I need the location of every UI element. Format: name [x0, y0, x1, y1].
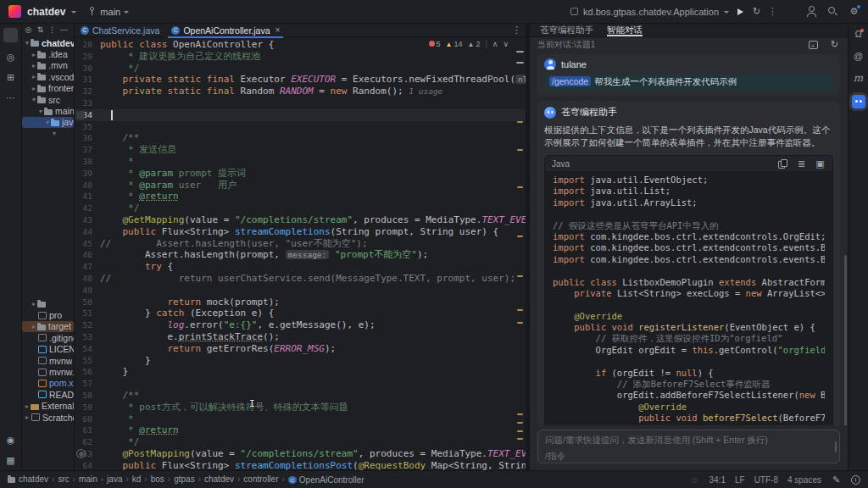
editor-line[interactable]: 56 } — [75, 366, 526, 378]
line-number[interactable]: 39 — [75, 168, 100, 180]
tree-item[interactable]: mvnw.cmd — [22, 366, 74, 377]
breadcrumb-item[interactable]: src — [58, 474, 69, 484]
line-number[interactable]: 28 — [75, 39, 100, 51]
editor-line[interactable]: 63@ @PostMapping(value = "/completions/s… — [75, 448, 526, 460]
editor-line[interactable]: 33 — [75, 97, 526, 109]
editor-line[interactable]: 37 * 发送信息 — [75, 144, 526, 156]
inline-ai-icon[interactable]: @ — [76, 449, 86, 458]
breadcrumb-item[interactable]: COpenAiController — [288, 475, 364, 485]
add-user-icon[interactable] — [806, 6, 817, 17]
copy-icon[interactable] — [777, 158, 788, 169]
run-more-icon[interactable]: ⋮ — [767, 6, 778, 17]
tree-item[interactable]: ▸External Libraries — [22, 401, 74, 412]
tab-smart-chat[interactable]: 智能对话 — [607, 24, 643, 36]
warning-count[interactable]: ▲14 — [446, 40, 463, 48]
line-number[interactable]: 61 — [75, 424, 100, 436]
editor-line[interactable]: 44 public Flux<String> streamCompletions… — [75, 226, 526, 238]
line-number[interactable]: 35 — [75, 121, 100, 133]
editor-line[interactable]: 40 * @param user 用户 — [75, 180, 526, 191]
editor-line[interactable]: 53 e.printStackTrace(); — [75, 331, 526, 343]
project-icon[interactable] — [3, 28, 18, 42]
line-number[interactable]: 29 — [75, 51, 100, 63]
tree-item[interactable]: ▸Scratches and Consoles — [22, 412, 74, 423]
line-number[interactable]: 44 — [75, 226, 100, 238]
line-number[interactable]: 64 — [75, 460, 100, 470]
debug-icon[interactable]: ◉ — [5, 435, 16, 446]
breadcrumb-item[interactable]: main — [79, 474, 97, 484]
maven-icon[interactable]: m — [853, 73, 864, 84]
line-number[interactable]: 31 — [75, 74, 100, 86]
line-number[interactable]: 32 — [75, 86, 100, 97]
line-number[interactable]: 54 — [75, 343, 100, 355]
tree-item[interactable]: ▸.mvn — [22, 60, 74, 71]
line-number[interactable]: 56 — [75, 366, 100, 378]
tree-item[interactable]: ▾ — [22, 128, 74, 139]
rerun-icon[interactable]: ↻ — [751, 6, 762, 17]
line-number[interactable]: 52 — [75, 319, 100, 331]
structure-icon[interactable]: ⊞ — [5, 72, 16, 83]
breadcrumb-item[interactable]: chatdev — [204, 474, 234, 484]
chat-area[interactable]: tulane /gencode帮我生成一个列表插件开发代码示例 苍穹编程助手 根… — [530, 52, 848, 425]
tab-chatservice[interactable]: C ChatService.java — [75, 24, 165, 37]
editor-line[interactable]: 45// Assert.hasLength(user, "user不能为空"); — [75, 238, 526, 250]
run-config-name[interactable]: kd.bos.gtpas.chatdev.Application — [583, 7, 719, 17]
search-icon[interactable] — [827, 6, 838, 17]
tree-item[interactable]: ▾java — [22, 117, 74, 128]
line-number[interactable]: 33 — [75, 97, 100, 109]
settings-icon[interactable]: ⚙ — [849, 6, 860, 17]
line-number[interactable]: 53 — [75, 331, 100, 343]
caret-position[interactable]: 34:1 — [709, 475, 725, 485]
panel-more-icon[interactable]: ⋮ — [47, 25, 57, 35]
editor-line[interactable]: 36 /** — [75, 132, 526, 144]
editor-line[interactable]: 29 * 建议更换为自己定义的线程池 — [75, 51, 526, 63]
ai-mentor-icon[interactable]: @ — [853, 51, 864, 62]
line-number[interactable]: 45 — [75, 238, 100, 250]
line-number[interactable]: 30 — [75, 63, 100, 75]
tree-item[interactable]: .gitignore — [22, 332, 74, 343]
run-configuration-widget[interactable]: kd.bos.gtpas.chatdev.Application — [570, 7, 729, 17]
editor-line[interactable]: 52 log.error("e:{}", e.getMessage(), e); — [75, 319, 526, 331]
editor-line[interactable]: 35 — [75, 121, 526, 133]
editor-line[interactable]: 46 Assert.hasLength(prompt, message: "pr… — [75, 249, 526, 261]
breadcrumb-item[interactable]: java — [107, 474, 122, 484]
editor-line[interactable]: 38 * — [75, 156, 526, 168]
new-chat-icon[interactable] — [808, 39, 819, 50]
tree-item[interactable]: ▸ — [22, 298, 74, 309]
info-icon[interactable] — [851, 475, 860, 485]
editor-line[interactable]: 64 public Flux<String> streamCompletions… — [75, 460, 526, 470]
ide-logo-icon[interactable] — [8, 5, 21, 18]
gutter-chip[interactable] — [76, 111, 85, 119]
tree-item[interactable]: ▾src — [22, 94, 74, 105]
editor-line[interactable]: 39 * @param prompt 提示词 — [75, 168, 526, 180]
editor-line[interactable]: 31 private static final Executor EXECUTO… — [75, 74, 526, 86]
editor-line[interactable]: 54 return getErrorRes(ERROR_MSG); — [75, 343, 526, 355]
chat-input[interactable]: 问题/需求快捷提问，发送新消息使用 (Shift + Enter 换行) /指令 — [537, 430, 840, 463]
editor-line[interactable]: 34 — [75, 109, 526, 121]
run-icon[interactable] — [735, 6, 746, 17]
next-problem-icon[interactable]: ∨ — [503, 40, 509, 48]
line-number[interactable]: 46 — [75, 249, 100, 261]
editor[interactable]: 28public class OpenAiController {29 * 建议… — [75, 37, 526, 470]
expand-collapse-icon[interactable]: ⇅ — [36, 25, 45, 35]
tree-item[interactable]: ▾chatdev — [22, 37, 74, 48]
ai-chat-icon[interactable] — [852, 95, 865, 108]
tree-item[interactable]: ▾main — [22, 105, 74, 116]
scrollbar-error-stripe[interactable] — [515, 37, 526, 470]
line-number[interactable]: 63@ — [75, 448, 100, 460]
line-number[interactable]: 48 — [75, 273, 100, 285]
line-number[interactable]: 57 — [75, 378, 100, 390]
editor-line[interactable]: 47 try { — [75, 261, 526, 273]
line-number[interactable]: 60 — [75, 413, 100, 425]
line-number[interactable]: 37 — [75, 144, 100, 156]
line-ending[interactable]: LF — [735, 475, 745, 485]
tree-item[interactable]: ▸.vscode — [22, 71, 74, 82]
line-number[interactable]: 58 — [75, 390, 100, 402]
line-number[interactable]: 43 — [75, 214, 100, 226]
editor-line[interactable]: 55 } — [75, 355, 526, 367]
tree-item[interactable]: pom.xml — [22, 378, 74, 389]
code-block-body[interactable]: import java.util.EventObject;import java… — [545, 171, 832, 425]
line-number[interactable]: 49 — [75, 285, 100, 297]
editor-line[interactable]: 30 */ — [75, 63, 526, 75]
input-scrollbar[interactable] — [835, 441, 837, 452]
breadcrumb-item[interactable]: kd — [132, 474, 142, 484]
